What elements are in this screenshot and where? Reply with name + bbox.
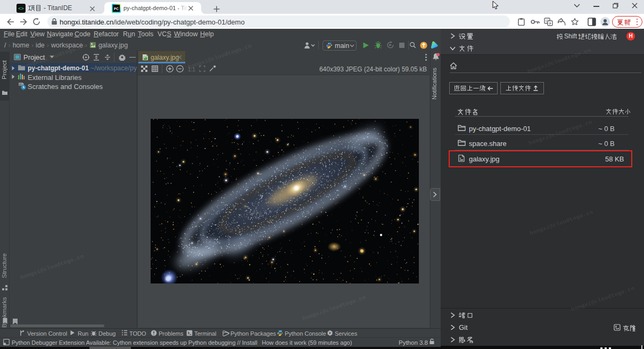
svg-text:<>: <> xyxy=(18,6,24,11)
svg-text:PC: PC xyxy=(114,7,119,11)
